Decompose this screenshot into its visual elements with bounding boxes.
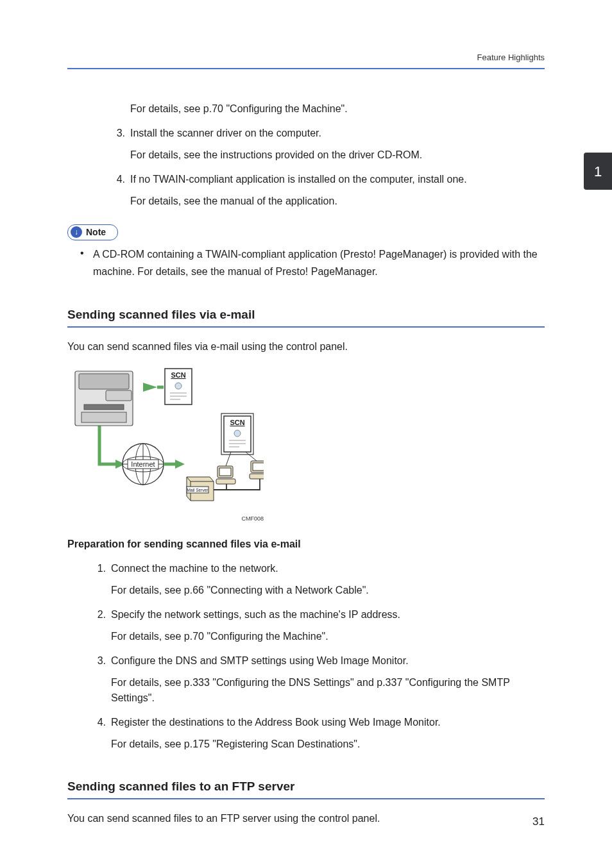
step-detail: For details, see the instructions provid… — [130, 147, 545, 163]
internet-globe-icon: Internet — [123, 444, 164, 485]
svg-rect-4 — [84, 405, 124, 410]
diagram-id-caption: CMF008 — [67, 515, 264, 524]
step-number: 4. — [93, 715, 111, 730]
step-number: 4. — [112, 172, 130, 187]
step-item: 2. Specify the network settings, such as… — [93, 607, 545, 622]
mail-server-label: Mail Server — [187, 488, 209, 492]
step-number: 3. — [93, 653, 111, 669]
step-item: 4. Register the destinations to the Addr… — [93, 715, 545, 730]
computer-icon — [250, 461, 264, 479]
section-heading-email: Sending scanned files via e-mail — [67, 306, 545, 328]
svg-marker-6 — [143, 383, 157, 392]
arrow-down-icon: ↓ — [71, 226, 82, 238]
step-item: 3. Install the scanner driver on the com… — [112, 126, 545, 141]
svg-point-32 — [234, 430, 241, 437]
header-section-label: Feature Highlights — [67, 51, 545, 64]
page-number: 31 — [532, 814, 545, 830]
step-text: Specify the network settings, such as th… — [111, 607, 545, 622]
svg-rect-29 — [253, 463, 264, 471]
scn-label: SCN — [171, 371, 185, 379]
svg-rect-5 — [81, 412, 126, 422]
svg-rect-26 — [219, 468, 231, 476]
step-detail: For details, see the manual of the appli… — [130, 194, 545, 209]
scan-doc-icon: SCN — [165, 369, 192, 405]
note-badge: ↓ Note — [67, 224, 118, 240]
note-bullet: • A CD-ROM containing a TWAIN-compliant … — [80, 246, 545, 280]
printer-icon — [75, 371, 133, 426]
diagram-scan-email: SCN Internet — [67, 365, 545, 524]
bullet-dot-icon: • — [80, 246, 93, 280]
svg-line-37 — [246, 452, 257, 461]
step-number: 1. — [93, 561, 111, 576]
step-detail-prev: For details, see p.70 "Configuring the M… — [130, 101, 545, 117]
svg-rect-2 — [79, 374, 129, 389]
computer-icon — [216, 466, 235, 484]
section-intro-email: You can send scanned files via e-mail us… — [67, 339, 545, 355]
svg-marker-20 — [175, 460, 185, 469]
internet-label: Internet — [131, 460, 155, 468]
note-label: Note — [86, 226, 106, 239]
step-number: 3. — [112, 126, 130, 141]
step-text: Install the scanner driver on the comput… — [130, 126, 545, 141]
mail-server-icon: Mail Server — [187, 477, 214, 501]
step-detail: For details, see p.70 "Configuring the M… — [111, 629, 545, 644]
step-text: Configure the DNS and SMTP settings usin… — [111, 653, 545, 669]
step-detail: For details, see p.333 "Configuring the … — [111, 675, 545, 706]
section-heading-ftp: Sending scanned files to an FTP server — [67, 778, 545, 800]
header-rule: Feature Highlights — [67, 51, 545, 69]
note-text: A CD-ROM containing a TWAIN-compliant ap… — [93, 246, 545, 280]
svg-point-9 — [175, 383, 182, 389]
step-detail: For details, see p.175 "Registering Scan… — [111, 737, 545, 752]
step-number: 2. — [93, 607, 111, 622]
step-detail: For details, see p.66 "Connecting with a… — [111, 583, 545, 598]
step-text: Register the destinations to the Address… — [111, 715, 545, 730]
step-item: 4. If no TWAIN-compliant application is … — [112, 172, 545, 187]
scn-label: SCN — [230, 419, 244, 426]
step-item: 3. Configure the DNS and SMTP settings u… — [93, 653, 545, 669]
step-text: If no TWAIN-compliant application is ins… — [130, 172, 545, 187]
svg-rect-3 — [106, 390, 132, 401]
svg-rect-30 — [250, 474, 264, 479]
prep-heading-email: Preparation for sending scanned files vi… — [67, 537, 545, 552]
svg-rect-27 — [216, 479, 235, 484]
step-text: Connect the machine to the network. — [111, 561, 545, 576]
svg-line-36 — [226, 452, 231, 466]
section-intro-ftp: You can send scanned files to an FTP ser… — [67, 811, 545, 826]
step-item: 1. Connect the machine to the network. — [93, 561, 545, 576]
scan-doc-icon: SCN — [224, 416, 251, 452]
